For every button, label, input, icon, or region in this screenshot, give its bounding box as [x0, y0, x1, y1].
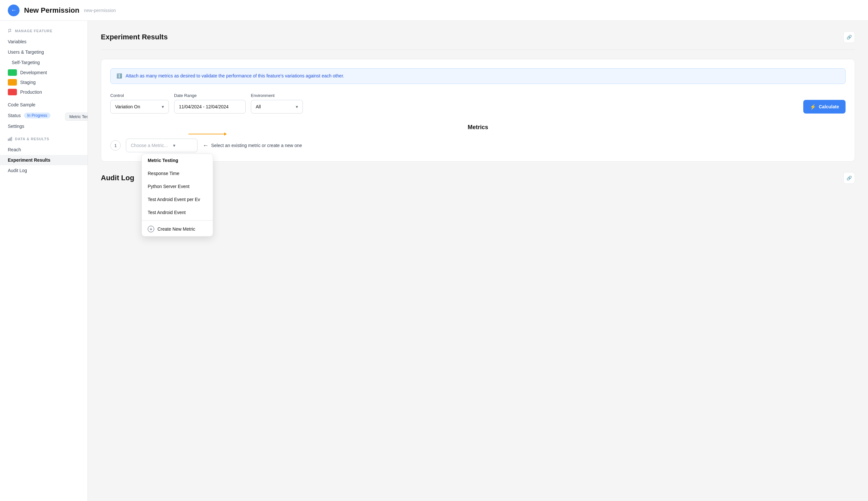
- env-production[interactable]: Production: [0, 87, 87, 97]
- dropdown-divider: [142, 220, 213, 221]
- prod-color-dot: [8, 89, 17, 95]
- sidebar-tooltip: Metric Testing: [65, 113, 88, 121]
- audit-log-link-btn[interactable]: 🔗: [843, 172, 855, 184]
- python-server-label: Python Server Event: [148, 184, 189, 189]
- app-header: ← New Permission new-permission: [0, 0, 868, 21]
- metric-testing-label: Metric Testing: [148, 158, 178, 163]
- page-title: New Permission: [24, 6, 79, 15]
- metric-row-1: 1 Choose a Metric... ▾ Metric Testing Re…: [110, 139, 846, 152]
- environment-value: All: [256, 104, 261, 109]
- sidebar-item-users-targeting[interactable]: Users & Targeting: [0, 47, 87, 57]
- page-slug: new-permission: [84, 8, 116, 13]
- info-banner-text: Attach as many metrics as desired to val…: [126, 73, 344, 78]
- create-new-label: Create New Metric: [158, 226, 195, 232]
- plus-circle-icon: +: [148, 226, 154, 232]
- audit-log-section: Audit Log 🔗: [101, 172, 855, 184]
- audit-log-title: Audit Log: [101, 174, 135, 182]
- env-development[interactable]: Development: [0, 68, 87, 77]
- control-group: Control Variation On ▾: [110, 93, 169, 114]
- android-event-label: Test Android Event: [148, 210, 186, 215]
- environment-label: Environment: [251, 93, 303, 98]
- lightning-icon: ⚡: [810, 104, 816, 110]
- back-button[interactable]: ←: [8, 4, 20, 16]
- main-layout: MANAGE FEATURE Variables Users & Targeti…: [0, 21, 868, 501]
- arrow-left-icon: ←: [203, 142, 208, 149]
- experiment-results-link-btn[interactable]: 🔗: [843, 31, 855, 43]
- metric-number-1: 1: [110, 140, 121, 151]
- date-range-value: 11/04/2024 - 12/04/2024: [179, 104, 229, 109]
- experiment-results-header: Experiment Results 🔗: [101, 31, 855, 43]
- main-content: Experiment Results 🔗 ℹ️ Attach as many m…: [88, 21, 868, 501]
- experiment-results-card: ℹ️ Attach as many metrics as desired to …: [101, 59, 855, 162]
- dropdown-item-android-per-ev[interactable]: Test Android Event per Ev: [142, 193, 213, 206]
- status-badge: In Progress: [24, 113, 51, 118]
- sidebar-item-reach[interactable]: Reach: [0, 145, 87, 155]
- data-results-section: DATA & RESULTS: [0, 137, 87, 145]
- dev-label: Development: [20, 70, 47, 75]
- env-chevron-icon: ▾: [296, 104, 298, 109]
- sidebar-item-experiment-results[interactable]: Experiment Results: [0, 155, 87, 165]
- response-time-label: Response Time: [148, 171, 179, 176]
- metric-placeholder: Choose a Metric...: [131, 143, 168, 148]
- date-range-group: Date Range 11/04/2024 - 12/04/2024: [174, 93, 246, 114]
- sidebar-item-code-sample[interactable]: Code Sample: [0, 99, 87, 110]
- sidebar-item-self-targeting[interactable]: Self-Targeting: [0, 57, 87, 68]
- dev-color-dot: [8, 69, 17, 76]
- sidebar-item-settings[interactable]: Settings: [0, 121, 87, 131]
- metric-dropdown[interactable]: Choose a Metric... ▾: [126, 139, 197, 152]
- env-staging[interactable]: Staging: [0, 77, 87, 87]
- control-chevron-icon: ▾: [162, 104, 164, 109]
- experiment-results-title: Experiment Results: [101, 33, 168, 41]
- sidebar-item-audit-log[interactable]: Audit Log: [0, 165, 87, 176]
- create-new-metric-item[interactable]: + Create New Metric: [142, 222, 213, 236]
- orange-arrow-indicator: [189, 132, 227, 136]
- calculate-label: Calculate: [819, 104, 839, 109]
- audit-link-icon: 🔗: [847, 176, 852, 181]
- metric-dropdown-menu: Metric Testing Response Time Python Serv…: [141, 153, 213, 236]
- staging-label: Staging: [20, 80, 35, 85]
- controls-row: Control Variation On ▾ Date Range 11/04/…: [110, 93, 846, 114]
- dropdown-item-python-server[interactable]: Python Server Event: [142, 180, 213, 193]
- environment-group: Environment All ▾: [251, 93, 303, 114]
- control-value: Variation On: [115, 104, 140, 109]
- sidebar: MANAGE FEATURE Variables Users & Targeti…: [0, 21, 88, 501]
- back-icon: ←: [11, 7, 17, 14]
- environment-select[interactable]: All ▾: [251, 100, 303, 114]
- audit-log-header: Audit Log 🔗: [101, 172, 855, 184]
- date-range-input[interactable]: 11/04/2024 - 12/04/2024: [174, 100, 246, 114]
- calculate-button[interactable]: ⚡ Calculate: [803, 100, 846, 114]
- link-icon: 🔗: [847, 35, 852, 40]
- metrics-title: Metrics: [110, 124, 846, 131]
- dropdown-item-response-time[interactable]: Response Time: [142, 167, 213, 180]
- manage-feature-section: MANAGE FEATURE: [0, 29, 87, 36]
- info-banner: ℹ️ Attach as many metrics as desired to …: [110, 68, 846, 84]
- android-per-ev-label: Test Android Event per Ev: [148, 197, 200, 202]
- select-hint: ← Select an existing metric or create a …: [203, 142, 302, 149]
- control-label: Control: [110, 93, 169, 98]
- dropdown-item-android-event[interactable]: Test Android Event: [142, 206, 213, 219]
- info-icon: ℹ️: [117, 73, 122, 79]
- sidebar-item-variables[interactable]: Variables: [0, 36, 87, 47]
- prod-label: Production: [20, 89, 42, 95]
- metric-chevron-icon: ▾: [173, 143, 175, 148]
- staging-color-dot: [8, 79, 17, 86]
- date-range-label: Date Range: [174, 93, 246, 98]
- dropdown-item-metric-testing[interactable]: Metric Testing: [142, 154, 213, 167]
- chart-icon: [8, 137, 12, 141]
- control-select[interactable]: Variation On ▾: [110, 100, 169, 114]
- header-divider: [101, 50, 855, 50]
- flag-icon: [8, 29, 12, 33]
